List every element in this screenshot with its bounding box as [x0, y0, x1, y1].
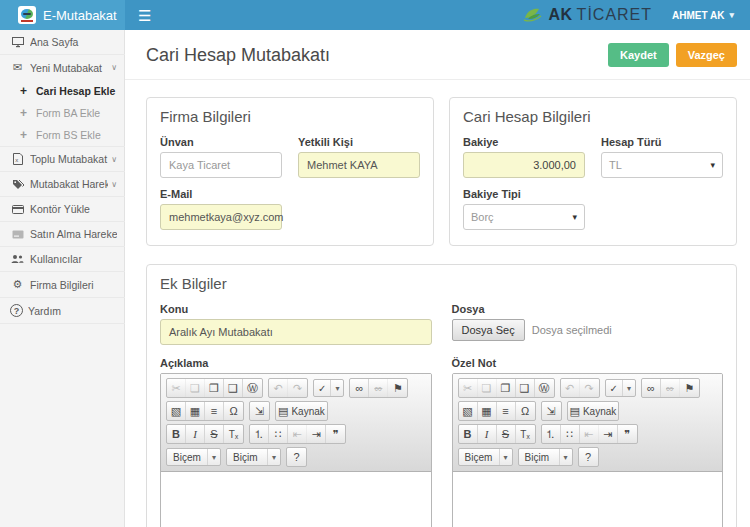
italic-icon[interactable]: I — [186, 425, 205, 443]
about-icon[interactable]: ? — [579, 448, 598, 466]
paste-word-icon[interactable]: Ⓦ — [535, 379, 554, 397]
file-select-button[interactable]: Dosya Seç — [452, 319, 525, 341]
sidebar-item-kullanicilar[interactable]: Kullanıcılar — [0, 246, 125, 271]
italic-icon[interactable]: I — [478, 425, 497, 443]
maximize-icon[interactable]: ⇲ — [542, 402, 561, 420]
image-icon[interactable]: ▧ — [459, 402, 478, 420]
sidebar-item-firma-bilgileri[interactable]: ⚙ Firma Bilgileri — [0, 271, 125, 297]
caret-down-icon: ▾ — [267, 449, 280, 465]
sidebar-item-toplu-mutabakat[interactable]: x Toplu Mutabakat ∨ — [0, 146, 125, 171]
paste-text-icon[interactable]: ❑ — [224, 379, 243, 397]
unordered-list-icon[interactable]: ∷ — [561, 425, 580, 443]
format-combo[interactable]: Biçim▾ — [518, 448, 573, 466]
envelope-icon: ✉ — [10, 61, 25, 74]
sidebar-item-form-ba-ekle[interactable]: + Form BA Ekle — [0, 102, 125, 124]
copy-icon: ❏ — [186, 379, 205, 397]
cut-icon: ✂ — [167, 379, 186, 397]
app-logo-icon — [18, 6, 36, 24]
undo-icon: ↶ — [561, 379, 580, 397]
special-char-icon[interactable]: Ω — [224, 402, 243, 420]
paste-icon[interactable]: ❐ — [497, 379, 516, 397]
sidebar-item-form-bs-ekle[interactable]: + Form BS Ekle — [0, 124, 125, 146]
leaf-icon — [522, 6, 544, 24]
remove-format-icon[interactable]: Tₓ — [516, 425, 535, 443]
konu-field[interactable]: Aralık Ayı Mutabakatı — [160, 319, 432, 345]
bold-icon[interactable]: B — [167, 425, 186, 443]
save-button[interactable]: Kaydet — [608, 43, 669, 67]
anchor-icon[interactable]: ⚑ — [680, 379, 699, 397]
purchase-card-icon — [10, 230, 25, 239]
cari-hesap-bilgileri-panel: Cari Hesap Bilgileri Bakiye 3.000,00 Hes… — [449, 97, 737, 246]
indent-icon[interactable]: ⇥ — [307, 425, 326, 443]
ordered-list-icon[interactable]: ⒈ — [542, 425, 561, 443]
top-bar: ☰ AK TİCARET AHMET AK ▾ — [125, 0, 750, 30]
gears-icon: ⚙ — [10, 278, 25, 291]
firma-bilgileri-panel: Firma Bilgileri Ünvan Kaya Ticaret Yetki… — [146, 97, 434, 246]
sidebar-item-yeni-mutabakat[interactable]: ✉ Yeni Mutabakat ∨ — [0, 54, 125, 80]
paste-text-icon[interactable]: ❑ — [516, 379, 535, 397]
caret-down-icon: ▾ — [622, 380, 635, 396]
ozel-not-editor: ✂❏❐❑Ⓦ↶↷✓▾∞∞⚑▧▦≡Ω⇲▤KaynakBISTₓ⒈∷⇤⇥❞Biçem▾… — [452, 373, 724, 527]
source-icon[interactable]: ▤Kaynak — [276, 402, 327, 420]
special-char-icon[interactable]: Ω — [516, 402, 535, 420]
bold-icon[interactable]: B — [459, 425, 478, 443]
table-icon[interactable]: ▦ — [478, 402, 497, 420]
credit-card-icon — [10, 205, 25, 214]
user-name: AHMET AK — [672, 10, 724, 21]
maximize-icon[interactable]: ⇲ — [250, 402, 269, 420]
image-icon[interactable]: ▧ — [167, 402, 186, 420]
strikethrough-icon[interactable]: S — [205, 425, 224, 443]
caret-down-icon: ▾ — [559, 449, 572, 465]
email-field[interactable]: mehmetkaya@xyz.com — [160, 204, 282, 230]
sidebar-item-kontor-yukle[interactable]: Kontör Yükle — [0, 196, 125, 221]
source-icon[interactable]: ▤Kaynak — [568, 402, 619, 420]
plus-icon: + — [16, 106, 31, 120]
format-combo[interactable]: Biçim▾ — [226, 448, 281, 466]
sidebar-item-mutabakat-hareketleri[interactable]: Mutabakat Hareketleri ∨ — [0, 171, 125, 196]
cancel-button[interactable]: Vazgeç — [676, 43, 737, 67]
horizontal-rule-icon[interactable]: ≡ — [205, 402, 224, 420]
unvan-field[interactable]: Kaya Ticaret — [160, 152, 282, 178]
redo-icon: ↷ — [580, 379, 599, 397]
ek-bilgiler-panel: Ek Bilgiler Konu Aralık Ayı Mutabakatı D… — [146, 264, 737, 527]
aciklama-editor-content[interactable] — [161, 472, 431, 527]
sidebar-item-ana-sayfa[interactable]: Ana Sayfa — [0, 30, 125, 54]
ordered-list-icon[interactable]: ⒈ — [250, 425, 269, 443]
blockquote-icon[interactable]: ❞ — [618, 425, 637, 443]
indent-icon[interactable]: ⇥ — [599, 425, 618, 443]
strikethrough-icon[interactable]: S — [497, 425, 516, 443]
bakiye-tipi-select[interactable]: Borç ▾ — [463, 204, 585, 230]
spellcheck-combo[interactable]: ✓▾ — [313, 379, 344, 397]
anchor-icon[interactable]: ⚑ — [388, 379, 407, 397]
desktop-icon — [10, 37, 25, 48]
ek-panel-title: Ek Bilgiler — [160, 275, 723, 292]
sidebar-item-satin-alma-hareketleri[interactable]: Satın Alma Hareketleri — [0, 221, 125, 246]
sidebar-item-yardim[interactable]: ? Yardım — [0, 297, 125, 324]
ozel-not-editor-toolbar: ✂❏❐❑Ⓦ↶↷✓▾∞∞⚑▧▦≡Ω⇲▤KaynakBISTₓ⒈∷⇤⇥❞Biçem▾… — [453, 374, 723, 472]
app-logo-area[interactable]: E-Mutabakat — [0, 0, 125, 30]
remove-format-icon[interactable]: Tₓ — [224, 425, 243, 443]
styles-combo[interactable]: Biçem▾ — [166, 448, 221, 466]
sidebar-item-cari-hesap-ekle[interactable]: + Cari Hesap Ekle — [0, 80, 125, 102]
link-icon[interactable]: ∞ — [642, 379, 661, 397]
horizontal-rule-icon[interactable]: ≡ — [497, 402, 516, 420]
blockquote-icon[interactable]: ❞ — [326, 425, 345, 443]
outdent-icon: ⇤ — [580, 425, 599, 443]
about-icon[interactable]: ? — [287, 448, 306, 466]
link-icon[interactable]: ∞ — [350, 379, 369, 397]
hesap-turu-label: Hesap Türü — [601, 136, 723, 148]
bakiye-field[interactable]: 3.000,00 — [463, 152, 585, 178]
paste-word-icon[interactable]: Ⓦ — [243, 379, 262, 397]
yetkili-kisi-field[interactable]: Mehmet KAYA — [298, 152, 420, 178]
hamburger-menu-icon[interactable]: ☰ — [138, 8, 151, 23]
unordered-list-icon[interactable]: ∷ — [269, 425, 288, 443]
ozel-not-editor-content[interactable] — [453, 472, 723, 527]
table-icon[interactable]: ▦ — [186, 402, 205, 420]
user-menu[interactable]: AHMET AK ▾ — [672, 10, 734, 21]
aciklama-label: Açıklama — [160, 357, 432, 369]
styles-combo[interactable]: Biçem▾ — [458, 448, 513, 466]
paste-icon[interactable]: ❐ — [205, 379, 224, 397]
spellcheck-combo[interactable]: ✓▾ — [605, 379, 636, 397]
outdent-icon: ⇤ — [288, 425, 307, 443]
hesap-turu-select[interactable]: TL ▾ — [601, 152, 723, 178]
